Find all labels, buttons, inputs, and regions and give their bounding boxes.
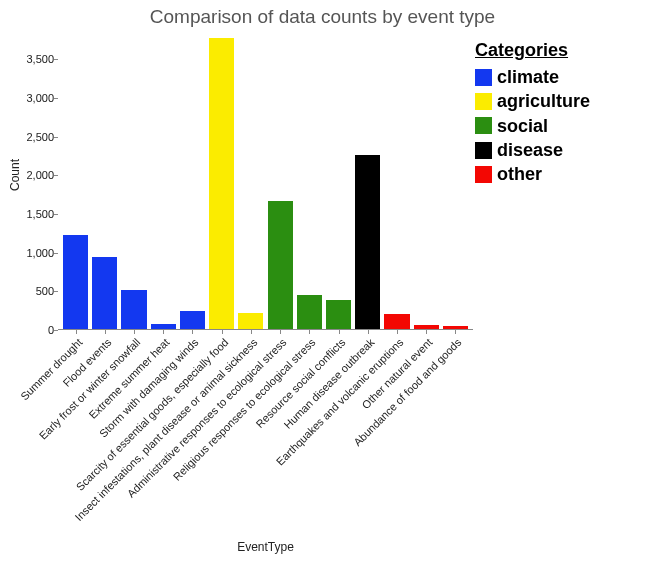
legend-label: social [497, 114, 548, 138]
y-tick-label: 1,000 [26, 247, 54, 259]
bar-slot [149, 40, 178, 329]
legend-item: climate [475, 65, 635, 89]
y-tick-label: 3,500 [26, 53, 54, 65]
legend-item: other [475, 162, 635, 186]
bar [63, 235, 88, 329]
y-tick-label: 1,500 [26, 208, 54, 220]
legend-item: disease [475, 138, 635, 162]
chart-title: Comparison of data counts by event type [0, 6, 645, 28]
x-axis-label: EventType [58, 540, 473, 554]
chart-container: Comparison of data counts by event type … [0, 0, 645, 566]
bar-slot [61, 40, 90, 329]
y-tick-label: 3,000 [26, 92, 54, 104]
legend-title: Categories [475, 40, 635, 61]
legend-label: climate [497, 65, 559, 89]
legend-label: other [497, 162, 542, 186]
legend-swatch [475, 93, 492, 110]
legend: Categories climateagriculturesocialdisea… [475, 40, 635, 186]
legend-swatch [475, 117, 492, 134]
legend-swatch [475, 166, 492, 183]
legend-label: agriculture [497, 89, 590, 113]
bar-slot [90, 40, 119, 329]
legend-item: social [475, 114, 635, 138]
y-tick-label: 2,500 [26, 131, 54, 143]
legend-swatch [475, 142, 492, 159]
y-tick-label: 2,000 [26, 169, 54, 181]
legend-item: agriculture [475, 89, 635, 113]
y-tick-label: 500 [36, 285, 54, 297]
y-axis: 05001,0001,5002,0002,5003,0003,500 [0, 40, 58, 330]
legend-label: disease [497, 138, 563, 162]
x-axis-ticks: Summer droughtFlood eventsEarly frost or… [58, 330, 473, 540]
legend-swatch [475, 69, 492, 86]
